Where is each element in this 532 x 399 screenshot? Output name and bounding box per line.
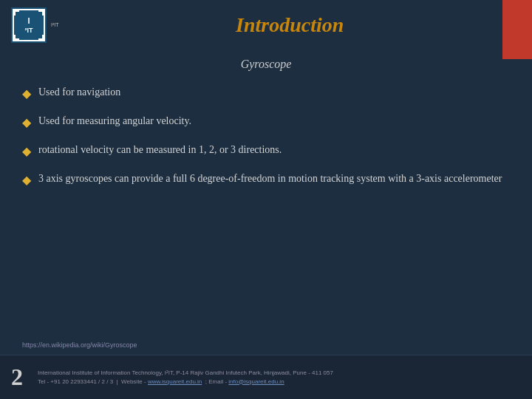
list-item: ◆ 3 axis gyroscopes can provide a full 6… <box>22 171 510 189</box>
bullet-list: ◆ Used for navigation ◆ Used for measuri… <box>22 84 510 189</box>
svg-rect-9 <box>13 35 16 41</box>
svg-text:²IT: ²IT <box>25 27 33 34</box>
content: Gyroscope ◆ Used for navigation ◆ Used f… <box>0 50 532 207</box>
bullet-icon: ◆ <box>22 143 31 160</box>
svg-rect-11 <box>42 35 44 41</box>
logo-area: I ²IT I²IT <box>11 7 59 43</box>
svg-rect-0 <box>11 7 47 43</box>
list-item: ◆ Used for measuring angular velocity. <box>22 113 510 132</box>
page-number: 2 <box>11 364 23 391</box>
reference-link: https://en.wikipedia.org/wiki/Gyroscope <box>22 341 137 349</box>
slide-title: Introduction <box>59 13 522 37</box>
svg-rect-7 <box>42 10 44 16</box>
bullet-text: Used for navigation <box>38 84 120 100</box>
bullet-icon: ◆ <box>22 85 31 103</box>
subtitle: Gyroscope <box>22 58 510 71</box>
list-item: ◆ rotational velocity can be measured in… <box>22 142 510 160</box>
logo-box: I ²IT <box>11 7 47 43</box>
header: I ²IT I²IT Introduction <box>0 0 532 50</box>
slide: I ²IT I²IT Introduction Gyr <box>0 0 532 399</box>
title-area: Introduction <box>59 13 522 37</box>
bullet-icon: ◆ <box>22 171 31 189</box>
bullet-icon: ◆ <box>22 114 31 132</box>
red-accent <box>502 0 532 59</box>
svg-text:I: I <box>27 16 30 25</box>
footer: 2 International Institute of Information… <box>0 355 532 399</box>
bullet-text: Used for measuring angular velocity. <box>38 113 191 129</box>
logo-text: I²IT <box>51 21 59 28</box>
list-item: ◆ Used for navigation <box>22 84 510 103</box>
footer-line1: International Institute of Information T… <box>38 369 333 378</box>
bullet-text: 3 axis gyroscopes can provide a full 6 d… <box>38 171 502 186</box>
svg-rect-5 <box>13 10 16 16</box>
footer-line2: Tel - +91 20 22933441 / 2 / 3 | Website … <box>38 378 333 386</box>
bullet-text: rotational velocity can be measured in 1… <box>38 142 282 157</box>
